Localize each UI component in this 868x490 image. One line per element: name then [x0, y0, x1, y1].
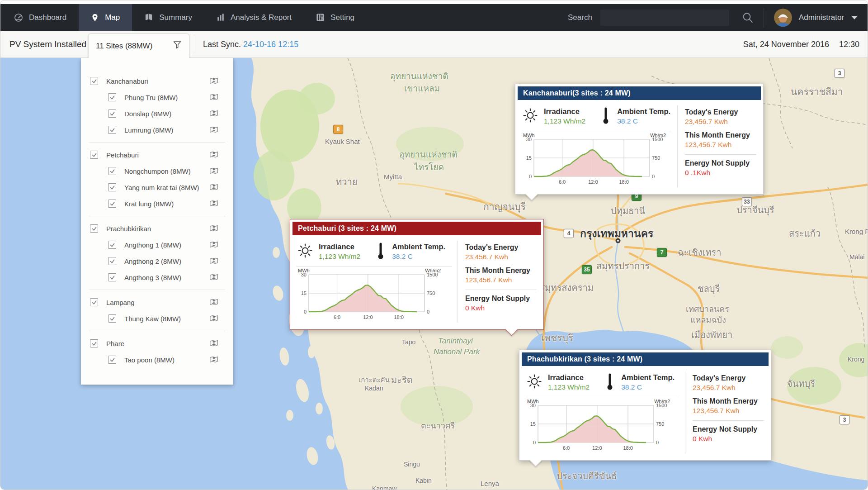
search-icon[interactable]	[742, 12, 754, 24]
ambient-temp-metric: Ambient Temp.38.2 C	[621, 373, 675, 391]
site-map-icon[interactable]	[209, 240, 219, 250]
site-map-icon[interactable]	[209, 355, 219, 365]
svg-text:30: 30	[530, 403, 536, 408]
site-label: Lumrung (8MW)	[124, 126, 173, 134]
nav-tab-summary[interactable]: Summary	[132, 4, 204, 31]
province-label: Petchaburi	[106, 151, 139, 159]
site-map-icon[interactable]	[209, 224, 219, 233]
nav-label: Summary	[159, 13, 192, 22]
chevron-down-icon[interactable]	[851, 16, 858, 19]
page-title: PV System Installed	[9, 39, 86, 49]
avatar[interactable]	[774, 9, 792, 27]
filter-funnel-icon[interactable]	[173, 41, 182, 52]
thermometer-icon	[603, 106, 609, 126]
site-map-icon[interactable]	[209, 166, 219, 176]
site-row[interactable]: Yang num krat tai (8MW)	[81, 181, 233, 194]
site-row[interactable]: Nongchumpon (8MW)	[81, 164, 233, 178]
site-map-icon[interactable]	[209, 125, 219, 135]
checkbox-checked[interactable]	[90, 224, 98, 233]
card-header: Phachubkirikan (3 sites : 24 MW)	[522, 352, 769, 366]
site-map-icon[interactable]	[209, 92, 219, 102]
province-row[interactable]: Phare	[81, 337, 233, 350]
last-sync: Last Sync. 24-10-16 12:15	[203, 39, 298, 49]
site-map-icon[interactable]	[209, 256, 219, 266]
daily-power-chart: MWhWh/m201530075015006:012:018:0	[522, 133, 667, 186]
site-popup-card: Petchaburi (3 sites : 24 MW)Irradiance1,…	[290, 219, 544, 330]
card-header: Kanchanaburi(3 sites : 24 MW)	[518, 86, 761, 100]
chart-container: MWhWh/m201530075015006:012:018:0	[521, 133, 673, 188]
province-row[interactable]: Prachubkirikan	[81, 222, 233, 235]
sidebar-group-divider	[89, 290, 225, 290]
checkbox-checked[interactable]	[90, 298, 98, 306]
card-title: Kanchanaburi(3 sites : 24 MW)	[523, 89, 631, 97]
checkbox-checked[interactable]	[108, 273, 116, 281]
nav-tab-setting[interactable]: Setting	[304, 4, 367, 31]
checkbox-checked[interactable]	[108, 200, 116, 208]
site-map-icon[interactable]	[209, 150, 219, 160]
sites-dropdown[interactable]: 11 Sites (88MW)	[88, 33, 189, 58]
metrics-row: Irradiance1,123 Wh/m2Ambient Temp.38.2 C	[296, 240, 453, 266]
checkbox-checked[interactable]	[108, 93, 116, 101]
checkbox-checked[interactable]	[108, 126, 116, 134]
ambient-temp-metric: Ambient Temp.38.2 C	[617, 107, 670, 125]
site-map-icon[interactable]	[209, 109, 219, 119]
map-canvas[interactable]: อุทยานแห่งชาติเขาแหลมนครราชสีมาKyauk Sha…	[0, 58, 868, 490]
search-input[interactable]	[600, 10, 729, 26]
route-shield: 35	[582, 265, 592, 274]
today-energy-label: Today's Energy	[685, 108, 756, 116]
site-map-icon[interactable]	[209, 182, 219, 192]
nav-tab-analysis-report[interactable]: Analysis & Report	[204, 4, 304, 31]
toolbar-divider	[195, 34, 195, 54]
site-row[interactable]: Angthong 3 (8MW)	[81, 271, 233, 284]
province-row[interactable]: Kanchanaburi	[81, 74, 233, 88]
daily-power-chart: MWhWh/m201530075015006:012:018:0	[297, 268, 442, 322]
site-row[interactable]: Donslap (8MW)	[81, 107, 233, 120]
nav-divider	[764, 8, 764, 28]
nav-tab-dashboard[interactable]: Dashboard	[0, 4, 79, 31]
sidebar-group-divider	[89, 142, 225, 143]
site-map-icon[interactable]	[209, 338, 219, 348]
checkbox-checked[interactable]	[108, 241, 116, 249]
site-popup-card: Phachubkirikan (3 sites : 24 MW)Irradian…	[519, 350, 771, 461]
site-map-icon[interactable]	[209, 314, 219, 323]
site-row[interactable]: Krat lung (8MW)	[81, 197, 233, 210]
site-map-icon[interactable]	[209, 199, 219, 209]
svg-text:6:0: 6:0	[559, 179, 566, 185]
svg-text:15: 15	[526, 155, 532, 161]
province-row[interactable]: Petchaburi	[81, 148, 233, 162]
province-row[interactable]: Lampang	[81, 295, 233, 309]
checkbox-checked[interactable]	[90, 151, 98, 159]
site-map-icon[interactable]	[209, 272, 219, 282]
checkbox-checked[interactable]	[90, 339, 98, 347]
site-map-icon[interactable]	[209, 297, 219, 307]
checkbox-checked[interactable]	[108, 356, 116, 364]
site-row[interactable]: Angthong 1 (8MW)	[81, 238, 233, 252]
site-map-icon[interactable]	[209, 76, 219, 86]
ambient-temp-label: Ambient Temp.	[621, 373, 675, 382]
site-row[interactable]: Lumrung (8MW)	[81, 123, 233, 137]
checkbox-checked[interactable]	[108, 109, 116, 118]
metrics-divider	[525, 397, 679, 397]
chart-container: MWhWh/m201530075015006:012:018:0	[525, 399, 680, 454]
metrics-row: Irradiance1,123 Wh/m2Ambient Temp.38.2 C	[525, 371, 680, 397]
checkbox-checked[interactable]	[108, 183, 116, 191]
user-name[interactable]: Administrator	[799, 13, 844, 22]
month-energy-value: 123,456.7 Kwh	[465, 276, 537, 284]
checkbox-checked[interactable]	[108, 257, 116, 265]
irradiance-value: 1,123 Wh/m2	[548, 383, 590, 391]
card-body: Irradiance1,123 Wh/m2Ambient Temp.38.2 C…	[518, 100, 761, 192]
site-row[interactable]: Tao poon (8MW)	[81, 353, 233, 366]
irradiance-label: Irradiance	[544, 107, 585, 116]
svg-text:15: 15	[301, 290, 307, 296]
site-row[interactable]: Angthong 2 (8MW)	[81, 254, 233, 268]
checkbox-checked[interactable]	[108, 167, 116, 175]
checkbox-checked[interactable]	[108, 314, 116, 323]
site-row[interactable]: Thung Kaw (8MW)	[81, 312, 233, 325]
today-energy-value: 23,456.7 Kwh	[685, 118, 756, 126]
checkbox-checked[interactable]	[90, 77, 98, 85]
province-label: Lampang	[106, 299, 135, 306]
province-label: Prachubkirikan	[106, 225, 151, 233]
nav-label: Analysis & Report	[231, 13, 292, 22]
site-row[interactable]: Phung Tru (8MW)	[81, 90, 233, 104]
nav-tab-map[interactable]: Map	[79, 4, 132, 31]
